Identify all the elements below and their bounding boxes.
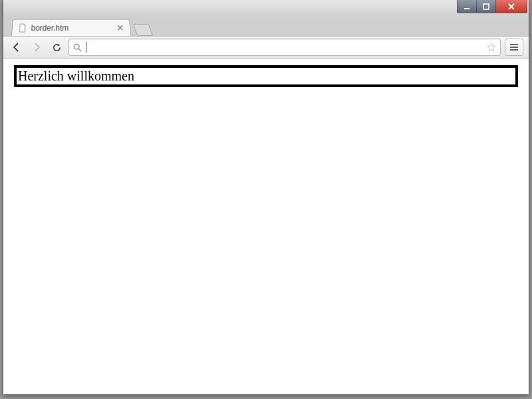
close-icon	[116, 25, 122, 31]
hamburger-icon	[509, 43, 519, 51]
search-icon	[73, 43, 82, 52]
address-bar[interactable]	[68, 39, 501, 56]
minimize-button[interactable]	[457, 0, 477, 13]
new-tab-button[interactable]	[133, 24, 154, 36]
svg-rect-4	[510, 47, 518, 48]
page-viewport: Herzlich willkommen	[3, 59, 529, 394]
maximize-icon	[483, 3, 489, 10]
browser-window: border.htm Herzlic	[3, 0, 529, 395]
reload-icon	[52, 43, 62, 53]
svg-rect-3	[510, 44, 518, 45]
svg-rect-0	[464, 8, 469, 9]
svg-point-2	[74, 44, 79, 49]
forward-button[interactable]	[29, 39, 45, 55]
arrow-left-icon	[11, 42, 22, 53]
window-titlebar	[3, 0, 529, 17]
window-controls	[458, 0, 527, 13]
svg-rect-1	[483, 4, 489, 9]
close-button[interactable]	[495, 0, 527, 13]
maximize-button[interactable]	[476, 0, 496, 13]
tab-strip: border.htm	[3, 17, 529, 36]
minimize-icon	[464, 3, 470, 10]
tab-close-button[interactable]	[115, 23, 125, 33]
svg-rect-5	[510, 49, 518, 51]
tab-title: border.htm	[31, 23, 111, 33]
back-button[interactable]	[9, 39, 25, 55]
arrow-right-icon	[31, 42, 42, 53]
bookmark-star-icon[interactable]	[487, 43, 496, 52]
url-input[interactable]	[86, 42, 483, 53]
toolbar	[3, 36, 529, 59]
close-icon	[507, 3, 515, 11]
menu-button[interactable]	[505, 39, 523, 56]
page-heading: Herzlich willkommen	[14, 65, 518, 87]
tab-border-htm[interactable]: border.htm	[11, 19, 131, 36]
reload-button[interactable]	[49, 39, 65, 55]
file-icon	[17, 23, 27, 33]
